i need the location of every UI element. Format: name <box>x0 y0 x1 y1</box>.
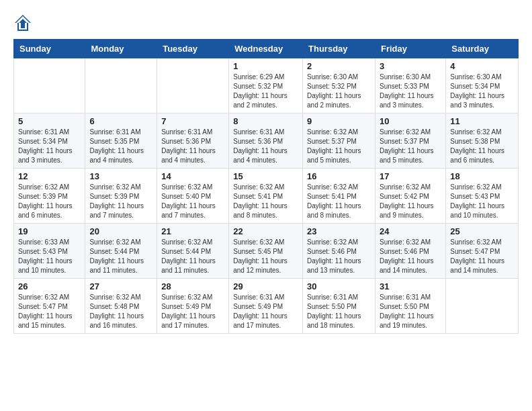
calendar-week-row: 12Sunrise: 6:32 AM Sunset: 5:39 PM Dayli… <box>14 169 519 224</box>
calendar-header-row: SundayMondayTuesdayWednesdayThursdayFrid… <box>14 40 519 58</box>
day-info: Sunrise: 6:32 AM Sunset: 5:44 PM Dayligh… <box>161 238 224 275</box>
day-number: 7 <box>161 116 224 126</box>
calendar-cell: 16Sunrise: 6:32 AM Sunset: 5:41 PM Dayli… <box>303 169 375 224</box>
day-info: Sunrise: 6:32 AM Sunset: 5:48 PM Dayligh… <box>89 293 152 330</box>
day-info: Sunrise: 6:31 AM Sunset: 5:34 PM Dayligh… <box>18 128 81 165</box>
logo <box>13 13 35 32</box>
day-number: 4 <box>450 61 514 71</box>
day-info: Sunrise: 6:31 AM Sunset: 5:36 PM Dayligh… <box>233 128 298 165</box>
day-number: 28 <box>161 281 224 291</box>
calendar-cell: 17Sunrise: 6:32 AM Sunset: 5:42 PM Dayli… <box>375 169 445 224</box>
day-number: 27 <box>89 281 152 291</box>
day-number: 29 <box>233 281 298 291</box>
calendar-cell: 20Sunrise: 6:32 AM Sunset: 5:44 PM Dayli… <box>85 224 157 279</box>
day-number: 25 <box>450 226 514 236</box>
day-number: 8 <box>233 116 298 126</box>
day-number: 15 <box>233 171 298 181</box>
day-number: 18 <box>450 171 514 181</box>
day-info: Sunrise: 6:29 AM Sunset: 5:32 PM Dayligh… <box>233 73 298 110</box>
day-number: 24 <box>380 226 441 236</box>
day-number: 11 <box>450 116 514 126</box>
calendar-cell: 30Sunrise: 6:31 AM Sunset: 5:50 PM Dayli… <box>303 279 375 334</box>
day-info: Sunrise: 6:30 AM Sunset: 5:32 PM Dayligh… <box>307 73 371 110</box>
day-number: 30 <box>307 281 371 291</box>
calendar-cell <box>85 58 157 113</box>
day-info: Sunrise: 6:32 AM Sunset: 5:39 PM Dayligh… <box>89 183 152 220</box>
calendar-cell: 26Sunrise: 6:32 AM Sunset: 5:47 PM Dayli… <box>14 279 85 334</box>
day-number: 13 <box>89 171 152 181</box>
calendar-cell: 11Sunrise: 6:32 AM Sunset: 5:38 PM Dayli… <box>446 113 519 169</box>
page-header <box>13 13 519 32</box>
day-info: Sunrise: 6:31 AM Sunset: 5:50 PM Dayligh… <box>307 293 371 330</box>
day-number: 19 <box>18 226 81 236</box>
day-info: Sunrise: 6:32 AM Sunset: 5:37 PM Dayligh… <box>307 128 371 165</box>
calendar-cell: 9Sunrise: 6:32 AM Sunset: 5:37 PM Daylig… <box>303 113 375 169</box>
calendar-cell: 8Sunrise: 6:31 AM Sunset: 5:36 PM Daylig… <box>229 113 303 169</box>
day-number: 6 <box>89 116 152 126</box>
calendar-cell: 1Sunrise: 6:29 AM Sunset: 5:32 PM Daylig… <box>229 58 303 113</box>
day-number: 26 <box>18 281 81 291</box>
calendar-cell: 29Sunrise: 6:31 AM Sunset: 5:49 PM Dayli… <box>229 279 303 334</box>
day-number: 10 <box>380 116 441 126</box>
calendar-week-row: 1Sunrise: 6:29 AM Sunset: 5:32 PM Daylig… <box>14 58 519 113</box>
calendar-cell: 31Sunrise: 6:31 AM Sunset: 5:50 PM Dayli… <box>375 279 445 334</box>
day-number: 12 <box>18 171 81 181</box>
calendar-cell: 7Sunrise: 6:31 AM Sunset: 5:36 PM Daylig… <box>157 113 229 169</box>
day-info: Sunrise: 6:32 AM Sunset: 5:37 PM Dayligh… <box>380 128 441 165</box>
calendar-cell: 25Sunrise: 6:32 AM Sunset: 5:47 PM Dayli… <box>446 224 519 279</box>
calendar-day-header: Tuesday <box>157 40 229 58</box>
calendar-day-header: Sunday <box>14 40 85 58</box>
calendar-cell <box>157 58 229 113</box>
calendar-cell: 21Sunrise: 6:32 AM Sunset: 5:44 PM Dayli… <box>157 224 229 279</box>
calendar-cell: 24Sunrise: 6:32 AM Sunset: 5:46 PM Dayli… <box>375 224 445 279</box>
calendar-cell: 2Sunrise: 6:30 AM Sunset: 5:32 PM Daylig… <box>303 58 375 113</box>
calendar-cell: 4Sunrise: 6:30 AM Sunset: 5:34 PM Daylig… <box>446 58 519 113</box>
logo-icon <box>13 13 32 32</box>
calendar-cell: 19Sunrise: 6:33 AM Sunset: 5:43 PM Dayli… <box>14 224 85 279</box>
day-number: 20 <box>89 226 152 236</box>
calendar-week-row: 19Sunrise: 6:33 AM Sunset: 5:43 PM Dayli… <box>14 224 519 279</box>
calendar-day-header: Thursday <box>303 40 375 58</box>
calendar-cell <box>14 58 85 113</box>
day-number: 1 <box>233 61 298 71</box>
day-number: 16 <box>307 171 371 181</box>
calendar-cell: 3Sunrise: 6:30 AM Sunset: 5:33 PM Daylig… <box>375 58 445 113</box>
day-info: Sunrise: 6:31 AM Sunset: 5:50 PM Dayligh… <box>380 293 441 330</box>
calendar-cell: 28Sunrise: 6:32 AM Sunset: 5:49 PM Dayli… <box>157 279 229 334</box>
calendar-week-row: 26Sunrise: 6:32 AM Sunset: 5:47 PM Dayli… <box>14 279 519 334</box>
calendar-cell <box>446 279 519 334</box>
day-info: Sunrise: 6:32 AM Sunset: 5:40 PM Dayligh… <box>161 183 224 220</box>
day-info: Sunrise: 6:32 AM Sunset: 5:45 PM Dayligh… <box>233 238 298 275</box>
day-info: Sunrise: 6:32 AM Sunset: 5:46 PM Dayligh… <box>380 238 441 275</box>
day-number: 21 <box>161 226 224 236</box>
calendar-cell: 27Sunrise: 6:32 AM Sunset: 5:48 PM Dayli… <box>85 279 157 334</box>
calendar-day-header: Wednesday <box>229 40 303 58</box>
calendar-cell: 10Sunrise: 6:32 AM Sunset: 5:37 PM Dayli… <box>375 113 445 169</box>
day-info: Sunrise: 6:32 AM Sunset: 5:38 PM Dayligh… <box>450 128 514 165</box>
day-info: Sunrise: 6:32 AM Sunset: 5:46 PM Dayligh… <box>307 238 371 275</box>
calendar-cell: 12Sunrise: 6:32 AM Sunset: 5:39 PM Dayli… <box>14 169 85 224</box>
day-number: 3 <box>380 61 441 71</box>
day-number: 31 <box>380 281 441 291</box>
calendar-cell: 5Sunrise: 6:31 AM Sunset: 5:34 PM Daylig… <box>14 113 85 169</box>
calendar-cell: 15Sunrise: 6:32 AM Sunset: 5:41 PM Dayli… <box>229 169 303 224</box>
calendar-day-header: Monday <box>85 40 157 58</box>
day-info: Sunrise: 6:33 AM Sunset: 5:43 PM Dayligh… <box>18 238 81 275</box>
day-info: Sunrise: 6:32 AM Sunset: 5:41 PM Dayligh… <box>307 183 371 220</box>
day-info: Sunrise: 6:32 AM Sunset: 5:44 PM Dayligh… <box>89 238 152 275</box>
day-number: 23 <box>307 226 371 236</box>
calendar-cell: 13Sunrise: 6:32 AM Sunset: 5:39 PM Dayli… <box>85 169 157 224</box>
day-number: 9 <box>307 116 371 126</box>
day-number: 22 <box>233 226 298 236</box>
calendar-week-row: 5Sunrise: 6:31 AM Sunset: 5:34 PM Daylig… <box>14 113 519 169</box>
day-info: Sunrise: 6:32 AM Sunset: 5:41 PM Dayligh… <box>233 183 298 220</box>
day-number: 5 <box>18 116 81 126</box>
day-number: 2 <box>307 61 371 71</box>
day-info: Sunrise: 6:30 AM Sunset: 5:34 PM Dayligh… <box>450 73 514 110</box>
day-info: Sunrise: 6:32 AM Sunset: 5:39 PM Dayligh… <box>18 183 81 220</box>
calendar-cell: 18Sunrise: 6:32 AM Sunset: 5:43 PM Dayli… <box>446 169 519 224</box>
calendar-day-header: Saturday <box>446 40 519 58</box>
day-info: Sunrise: 6:32 AM Sunset: 5:42 PM Dayligh… <box>380 183 441 220</box>
day-number: 17 <box>380 171 441 181</box>
day-info: Sunrise: 6:32 AM Sunset: 5:49 PM Dayligh… <box>161 293 224 330</box>
